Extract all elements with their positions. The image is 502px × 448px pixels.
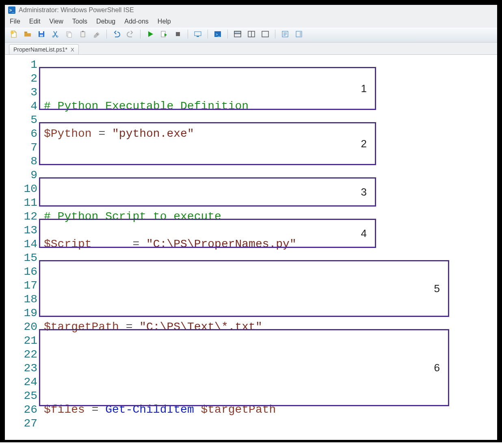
line-number: 22 <box>5 348 37 362</box>
svg-rect-12 <box>195 32 201 36</box>
svg-rect-11 <box>176 32 180 36</box>
svg-rect-21 <box>262 31 268 37</box>
code-line: $Python = "python.exe" <box>44 127 495 141</box>
run-selection-icon[interactable] <box>159 29 169 39</box>
svg-rect-3 <box>40 34 43 37</box>
line-number: 10 <box>5 182 37 196</box>
undo-icon[interactable] <box>112 29 121 39</box>
toolbar-separator <box>140 30 141 39</box>
line-number: 6 <box>5 127 37 141</box>
line-number: 4 <box>5 99 37 113</box>
line-number: 14 <box>5 237 37 251</box>
powershell-icon: >_ <box>8 6 15 14</box>
line-number: 23 <box>5 362 37 375</box>
svg-rect-18 <box>234 31 241 34</box>
code-line <box>44 431 495 444</box>
code-area[interactable]: # Python Executable Definition $Python =… <box>41 55 497 440</box>
script-editor[interactable]: 1 2 3 4 5 6 7 8 9 10 11 12 13 14 15 16 1… <box>5 54 497 440</box>
line-number: 16 <box>5 265 37 279</box>
save-icon[interactable] <box>37 29 46 39</box>
window-frame: >_ Administrator: Windows PowerShell ISE… <box>0 0 502 442</box>
code-line <box>44 375 495 389</box>
code-line <box>44 182 495 196</box>
remote-icon[interactable] <box>193 29 203 39</box>
svg-rect-9 <box>82 31 84 32</box>
code-line <box>44 348 495 362</box>
annotation-label: 6 <box>434 361 440 375</box>
svg-rect-7 <box>68 33 71 37</box>
line-number: 11 <box>5 196 37 210</box>
menu-edit[interactable]: Edit <box>29 18 41 25</box>
toolbar: >_ <box>5 28 497 43</box>
toolbar-separator <box>227 30 228 39</box>
window-title: Administrator: Windows PowerShell ISE <box>19 6 134 14</box>
svg-rect-2 <box>40 31 43 33</box>
show-script-maximized-icon[interactable] <box>260 29 270 39</box>
code-line: $Script = "C:\PS\ProperNames.py" <box>44 237 495 251</box>
code-line: # Python Executable Definition <box>44 99 495 113</box>
toolbox-icon[interactable] <box>294 29 304 39</box>
clear-icon[interactable] <box>92 29 102 39</box>
line-number: 15 <box>5 251 37 265</box>
line-number: 3 <box>5 86 37 99</box>
run-icon[interactable] <box>145 29 155 39</box>
line-number: 8 <box>5 155 37 168</box>
line-number: 26 <box>5 403 37 417</box>
close-tab-icon[interactable]: X <box>71 47 74 53</box>
toolbar-separator <box>208 30 208 39</box>
show-script-right-icon[interactable] <box>247 29 256 39</box>
line-number: 24 <box>5 375 37 389</box>
tab-propernamelist[interactable]: ProperNameList.ps1* X <box>9 44 79 54</box>
annotation-box-6: 6 <box>39 329 449 406</box>
code-line: $targetPath = "C:\PS\Text\*.txt" <box>44 320 495 334</box>
open-file-icon[interactable] <box>23 29 32 39</box>
tabstrip: ProperNameList.ps1* X <box>5 43 497 54</box>
svg-rect-13 <box>197 36 199 37</box>
line-number: 21 <box>5 334 37 348</box>
stop-icon[interactable] <box>173 29 183 39</box>
code-line: # Python Script to execute <box>44 210 495 224</box>
line-number: 1 <box>5 58 37 72</box>
menubar: File Edit View Tools Debug Add-ons Help <box>5 15 497 28</box>
copy-icon[interactable] <box>64 29 74 39</box>
code-line <box>44 293 495 306</box>
new-file-icon[interactable] <box>9 29 19 39</box>
svg-rect-24 <box>300 31 302 37</box>
line-number: 2 <box>5 72 37 86</box>
redo-icon[interactable] <box>126 29 135 39</box>
line-number: 25 <box>5 389 37 403</box>
line-number: 13 <box>5 224 37 237</box>
line-number: 9 <box>5 168 37 182</box>
menu-tools[interactable]: Tools <box>72 18 87 25</box>
toolbar-separator <box>275 30 275 39</box>
line-number: 20 <box>5 320 37 334</box>
line-number: 19 <box>5 306 37 320</box>
line-number: 27 <box>5 417 37 431</box>
line-number: 5 <box>5 113 37 127</box>
code-line <box>44 72 495 86</box>
menu-view[interactable]: View <box>49 18 63 25</box>
toolbar-separator <box>106 30 107 39</box>
toolbar-separator <box>188 30 188 39</box>
menu-debug[interactable]: Debug <box>96 18 115 25</box>
svg-rect-8 <box>81 32 85 37</box>
svg-text:>_: >_ <box>216 32 220 37</box>
cut-icon[interactable] <box>50 29 60 39</box>
titlebar: >_ Administrator: Windows PowerShell ISE <box>5 5 497 15</box>
tab-label: ProperNameList.ps1* <box>13 46 67 53</box>
menu-file[interactable]: File <box>10 18 20 25</box>
line-number: 17 <box>5 279 37 293</box>
code-line: $files = Get-ChildItem $targetPath <box>44 403 495 417</box>
svg-point-0 <box>11 31 14 34</box>
command-addon-icon[interactable] <box>280 29 290 39</box>
line-number-gutter: 1 2 3 4 5 6 7 8 9 10 11 12 13 14 15 16 1… <box>5 55 41 440</box>
line-number: 18 <box>5 293 37 306</box>
line-number: 12 <box>5 210 37 224</box>
menu-addons[interactable]: Add-ons <box>124 18 149 25</box>
powershell-window-icon[interactable]: >_ <box>213 29 223 39</box>
code-line <box>44 155 495 168</box>
menu-help[interactable]: Help <box>158 18 171 25</box>
show-script-top-icon[interactable] <box>233 29 242 39</box>
paste-icon[interactable] <box>78 29 88 39</box>
line-number: 7 <box>5 141 37 155</box>
